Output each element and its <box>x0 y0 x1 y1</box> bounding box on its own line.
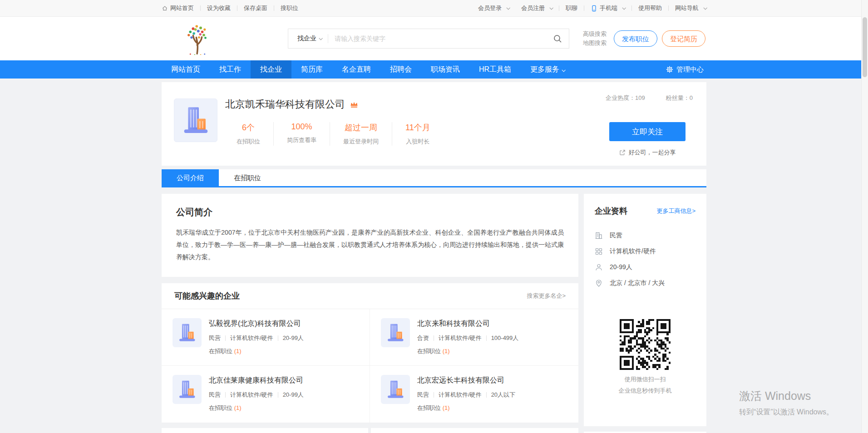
company-popularity: 企业热度：109 粉丝量：0 <box>606 94 693 102</box>
related-company-meta: 民营 计算机软件/硬件 20-99人 <box>209 334 304 342</box>
search-input[interactable] <box>328 35 546 42</box>
map-search-link[interactable]: 地图搜索 <box>583 39 607 48</box>
open-jobs-line: 在招职位 (1) <box>417 404 515 412</box>
industry-icon <box>595 247 603 256</box>
advanced-search-link[interactable]: 高级搜索 <box>583 30 607 39</box>
company-type: 民营 <box>209 391 221 399</box>
search-icon <box>553 34 562 43</box>
search-button[interactable] <box>546 29 569 48</box>
open-jobs-count: (1) <box>443 404 450 411</box>
share-link[interactable]: 好公司，一起分享 <box>609 148 686 157</box>
related-company-card[interactable]: 北京来和科技有限公司 合资 计算机软件/硬件 100-499人 在招职位 <box>370 309 578 366</box>
search-more-companies-link[interactable]: 搜索更多名企> <box>527 292 566 300</box>
nav-item-job-fair[interactable]: 招聘会 <box>380 60 421 79</box>
company-logo <box>173 375 202 404</box>
topbar-save-desktop-link[interactable]: 保存桌面 <box>244 4 267 12</box>
separator <box>278 392 278 398</box>
related-company-meta: 合资 计算机软件/硬件 100-499人 <box>417 334 518 342</box>
company-industry: 计算机软件/硬件 <box>439 391 482 399</box>
nav-item-home[interactable]: 网站首页 <box>162 60 210 79</box>
stat-member-duration: 11个月 入驻时长 <box>392 122 444 146</box>
separator <box>434 392 434 398</box>
nav-item-find-company[interactable]: 找企业 <box>251 60 291 79</box>
site-header: 找企业 高级搜索 地图搜索 发布职位 登记简历 <box>0 17 868 60</box>
building-icon <box>383 377 408 402</box>
intro-text: 凯禾瑞华成立于2007年，位于北京市中关村生物医药产业园，是康养产业的高新技术企… <box>176 226 564 263</box>
page-scrollbar[interactable] <box>861 0 868 433</box>
separator <box>486 335 487 341</box>
stat-last-login: 超过一周 最近登录时间 <box>330 122 392 146</box>
separator <box>668 5 669 11</box>
tab-open-positions[interactable]: 在招职位 <box>219 169 276 186</box>
more-business-info-link[interactable]: 更多工商信息> <box>656 207 695 215</box>
admin-center-link[interactable]: 管理中心 <box>666 60 706 79</box>
company-logo <box>174 98 217 142</box>
mobile-client-menu[interactable]: 手机端 <box>591 4 625 12</box>
share-icon <box>619 149 626 156</box>
related-company-card[interactable]: 北京佳莱康健康科技有限公司 民营 计算机软件/硬件 20-99人 在招职位 <box>162 366 370 423</box>
related-company-card[interactable]: 弘毅视界(北京)科技有限公司 民营 计算机软件/硬件 20-99人 在招职位 <box>162 309 370 366</box>
member-register-menu[interactable]: 会员注册 <box>521 4 552 12</box>
related-company-meta: 民营 计算机软件/硬件 20-99人 <box>209 391 304 399</box>
crown-icon <box>350 101 359 108</box>
related-company-name[interactable]: 北京佳莱康健康科技有限公司 <box>209 376 304 385</box>
scrollbar-thumb[interactable] <box>863 17 867 77</box>
topbar-favorite-link[interactable]: 设为收藏 <box>207 4 231 12</box>
topbar-search-job-link[interactable]: 搜职位 <box>281 4 298 12</box>
location-icon <box>595 279 603 287</box>
search-category-dropdown[interactable]: 找企业 <box>288 34 328 43</box>
profile-item-company-type: 民营 <box>595 227 695 243</box>
company-size: 100-499人 <box>491 334 519 342</box>
phone-icon <box>591 5 597 12</box>
open-jobs-count: (1) <box>234 348 242 354</box>
company-industry: 计算机软件/硬件 <box>439 334 482 342</box>
chevron-down-icon <box>562 68 566 72</box>
nav-item-resume-library[interactable]: 简历库 <box>291 60 332 79</box>
nav-item-hr-toolbox[interactable]: HR工具箱 <box>469 60 521 79</box>
building-icon <box>383 320 408 345</box>
separator <box>278 335 278 341</box>
topbar-home-link[interactable]: 网站首页 <box>162 4 194 12</box>
open-jobs-line: 在招职位 (1) <box>209 347 304 355</box>
related-company-name[interactable]: 弘毅视界(北京)科技有限公司 <box>209 319 304 329</box>
company-logo <box>381 375 410 404</box>
nav-item-more-services[interactable]: 更多服务 <box>521 60 574 79</box>
chevron-down-icon <box>622 6 626 10</box>
topbar-home-label: 网站首页 <box>170 4 194 12</box>
nav-item-famous-companies[interactable]: 名企直聘 <box>332 60 380 79</box>
related-company-card[interactable]: 北京宏远长丰科技有限公司 民营 计算机软件/硬件 20人以下 在招职位 <box>370 366 578 423</box>
register-resume-button[interactable]: 登记简历 <box>662 30 705 47</box>
open-jobs-line: 在招职位 (1) <box>209 404 304 412</box>
separator <box>584 5 584 11</box>
company-header-card: 北京凯禾瑞华科技有限公司 6个 在招职位 100% 简历查看率 超过一周 最近登… <box>162 82 706 166</box>
profile-item-location: 北京 / 北京市 / 大兴 <box>595 275 695 291</box>
qr-caption-line1: 使用微信扫一扫 <box>595 375 695 384</box>
chevron-down-icon <box>703 6 707 10</box>
post-job-button[interactable]: 发布职位 <box>614 30 657 47</box>
related-company-name[interactable]: 北京来和科技有限公司 <box>417 319 518 329</box>
tab-company-intro[interactable]: 公司介绍 <box>162 169 219 186</box>
follow-button[interactable]: 立即关注 <box>609 122 686 141</box>
profile-item-industry: 计算机软件/硬件 <box>595 243 695 259</box>
separator <box>237 5 237 11</box>
qr-caption-line2: 企业信息秒传到手机 <box>595 387 695 395</box>
company-name: 北京凯禾瑞华科技有限公司 <box>225 98 359 111</box>
related-company-name[interactable]: 北京宏远长丰科技有限公司 <box>417 376 515 385</box>
company-industry: 计算机软件/硬件 <box>230 334 273 342</box>
site-logo[interactable] <box>182 21 213 57</box>
site-nav-menu[interactable]: 网站导航 <box>675 4 706 12</box>
member-login-menu[interactable]: 会员登录 <box>478 4 509 12</box>
company-type: 合资 <box>417 334 429 342</box>
help-link[interactable]: 使用帮助 <box>638 4 662 12</box>
separator <box>631 5 632 11</box>
next-section-card-clipped <box>162 428 578 433</box>
nav-item-career-news[interactable]: 职场资讯 <box>421 60 469 79</box>
open-jobs-count: (1) <box>234 404 242 411</box>
nav-item-find-job[interactable]: 找工作 <box>210 60 251 79</box>
separator <box>225 335 226 341</box>
chevron-down-icon <box>549 6 553 10</box>
company-intro-card: 公司简介 凯禾瑞华成立于2007年，位于北京市中关村生物医药产业园，是康养产业的… <box>162 194 578 277</box>
job-chat-link[interactable]: 职聊 <box>566 4 577 12</box>
company-type: 民营 <box>417 391 429 399</box>
wechat-qr-section: 使用微信扫一扫 企业信息秒传到手机 <box>595 319 695 395</box>
